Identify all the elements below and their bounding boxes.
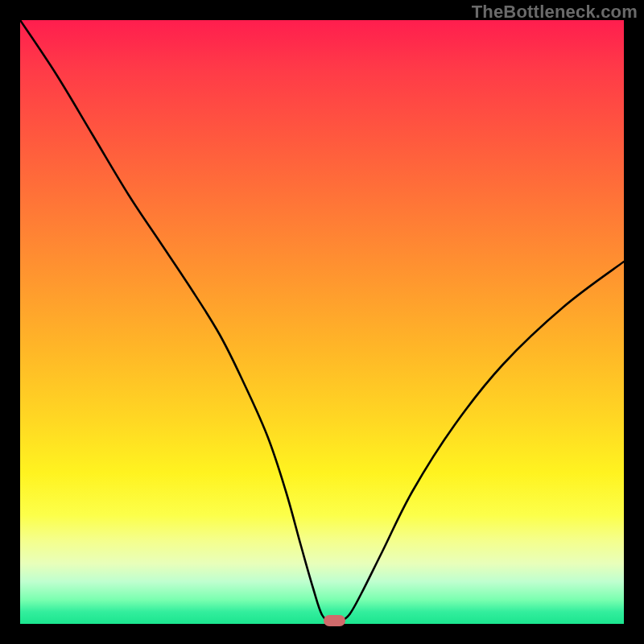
optimal-marker (324, 615, 345, 626)
watermark-text: TheBottleneck.com (472, 2, 638, 23)
line-curve (20, 20, 624, 624)
plot-area (20, 20, 624, 624)
chart-frame: TheBottleneck.com (0, 0, 644, 644)
